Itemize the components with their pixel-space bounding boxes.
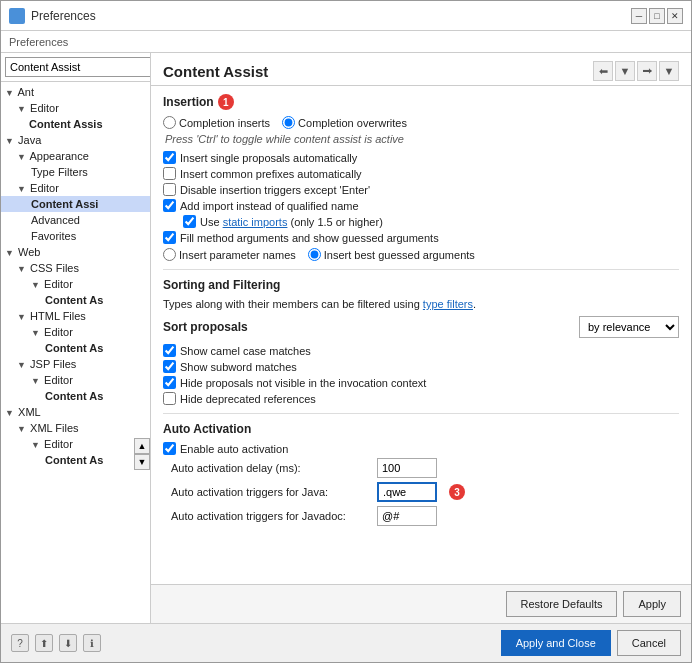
export-icon[interactable]: ⬆ [35,634,53,652]
info-icon[interactable]: ℹ [83,634,101,652]
sidebar: ✕ ▼ Ant ▼ Editor Content Assis ▼ Java [1,53,151,623]
cancel-button[interactable]: Cancel [617,630,681,656]
parameter-radio-group: Insert parameter names Insert best guess… [163,248,679,261]
hide-not-visible-row: Hide proposals not visible in the invoca… [163,376,679,389]
search-bar: ✕ [1,53,150,82]
camel-case-row: Show camel case matches [163,344,679,357]
javadoc-triggers-input[interactable] [377,506,437,526]
content-title: Content Assist [163,63,268,80]
sidebar-item-xml-editor[interactable]: ▼ Editor [1,436,150,452]
sidebar-item-html-files[interactable]: ▼ HTML Files [1,308,150,324]
minimize-button[interactable]: ─ [631,8,647,24]
insert-common-checkbox[interactable] [163,167,176,180]
sidebar-item-java-appearance[interactable]: ▼ Appearance [1,148,150,164]
insert-param-names-label[interactable]: Insert parameter names [163,248,296,261]
help-icon[interactable]: ? [11,634,29,652]
close-button[interactable]: ✕ [667,8,683,24]
auto-activation-title: Auto Activation [163,422,679,436]
sidebar-item-xml-editor-ca[interactable]: Content As [1,452,150,468]
sidebar-item-ant-editor-ca[interactable]: Content Assis [1,116,150,132]
import-icon[interactable]: ⬇ [59,634,77,652]
restore-defaults-button[interactable]: Restore Defaults [506,591,618,617]
nav-back-button[interactable]: ⬅ [593,61,613,81]
fill-method-checkbox[interactable] [163,231,176,244]
content-scroll: Insertion 1 Completion inserts Completio… [151,86,691,584]
java-triggers-input[interactable] [377,482,437,502]
hide-not-visible-checkbox[interactable] [163,376,176,389]
insertion-section-title: Insertion 1 [163,94,679,110]
disable-triggers-checkbox[interactable] [163,183,176,196]
title-bar-controls: ─ □ ✕ [631,8,683,24]
sidebar-item-jsp-editor[interactable]: ▼ Editor [1,372,150,388]
apply-and-close-button[interactable]: Apply and Close [501,630,611,656]
completion-overwrites-label[interactable]: Completion overwrites [282,116,407,129]
sidebar-item-java[interactable]: ▼ Java [1,132,150,148]
completion-inserts-label[interactable]: Completion inserts [163,116,270,129]
enable-auto-activation-checkbox[interactable] [163,442,176,455]
sidebar-item-html-editor[interactable]: ▼ Editor [1,324,150,340]
sidebar-item-ant[interactable]: ▼ Ant [1,84,150,100]
sidebar-item-ant-editor[interactable]: ▼ Editor [1,100,150,116]
hide-deprecated-checkbox[interactable] [163,392,176,405]
window-title: Preferences [31,9,625,23]
sort-proposals-row: Sort proposals by relevance alphabetical… [163,316,679,338]
subword-checkbox[interactable] [163,360,176,373]
divider2 [163,413,679,414]
type-filters-link[interactable]: type filters [423,298,473,310]
sidebar-item-html-editor-ca[interactable]: Content As [1,340,150,356]
window-icon [9,8,25,24]
static-imports-link[interactable]: static imports [223,216,288,228]
insertion-badge: 1 [218,94,234,110]
subword-row: Show subword matches [163,360,679,373]
sidebar-item-css-editor[interactable]: ▼ Editor [1,276,150,292]
sidebar-item-java-editor-ca[interactable]: Content Assi [1,196,150,212]
nav-dropdown-button[interactable]: ▼ [615,61,635,81]
divider1 [163,269,679,270]
sorting-description: Types along with their members can be fi… [163,298,679,310]
javadoc-triggers-field-row: Auto activation triggers for Javadoc: [163,506,679,526]
sidebar-item-java-editor[interactable]: ▼ Editor [1,180,150,196]
auto-activation-section: Auto Activation Enable auto activation A… [163,422,679,526]
hide-deprecated-row: Hide deprecated references [163,392,679,405]
sidebar-item-java-editor-advanced[interactable]: Advanced [1,212,150,228]
main-area: ✕ ▼ Ant ▼ Editor Content Assis ▼ Java [1,53,691,623]
add-import-row: Add import instead of qualified name [163,199,679,212]
sort-proposals-select[interactable]: by relevance alphabetically [579,316,679,338]
sidebar-item-xml-files[interactable]: ▼ XML Files [1,420,150,436]
title-bar: Preferences ─ □ ✕ [1,1,691,31]
fill-method-row: Fill method arguments and show guessed a… [163,231,679,244]
insert-single-checkbox[interactable] [163,151,176,164]
sidebar-item-jsp-files[interactable]: ▼ JSP Files [1,356,150,372]
completion-overwrites-radio[interactable] [282,116,295,129]
search-input[interactable] [5,57,151,77]
insert-param-names-radio[interactable] [163,248,176,261]
insert-best-guessed-label[interactable]: Insert best guessed arguments [308,248,475,261]
sidebar-item-xml[interactable]: ▼ XML [1,404,150,420]
bottom-bar-1: Restore Defaults Apply [151,584,691,623]
sorting-section-title: Sorting and Filtering [163,278,679,292]
sidebar-item-css-editor-ca[interactable]: Content As [1,292,150,308]
apply-button[interactable]: Apply [623,591,681,617]
java-triggers-field-row: Auto activation triggers for Java: 3 [163,482,679,502]
sidebar-item-web[interactable]: ▼ Web [1,244,150,260]
delay-input[interactable] [377,458,437,478]
sidebar-item-java-typefilters[interactable]: Type Filters [1,164,150,180]
maximize-button[interactable]: □ [649,8,665,24]
sidebar-scroll-up[interactable]: ▲ [134,438,150,454]
sidebar-item-java-editor-favorites[interactable]: Favorites [1,228,150,244]
camel-case-checkbox[interactable] [163,344,176,357]
insert-common-row: Insert common prefixes automatically [163,167,679,180]
completion-inserts-radio[interactable] [163,116,176,129]
nav-forward-dropdown-button[interactable]: ▼ [659,61,679,81]
content-panel: Content Assist ⬅ ▼ ⮕ ▼ Insertion 1 [151,53,691,623]
sidebar-item-jsp-editor-ca[interactable]: Content As [1,388,150,404]
content-header: Content Assist ⬅ ▼ ⮕ ▼ [151,53,691,86]
enable-auto-activation-row: Enable auto activation [163,442,679,455]
nav-forward-button[interactable]: ⮕ [637,61,657,81]
insert-best-guessed-radio[interactable] [308,248,321,261]
sidebar-item-css-files[interactable]: ▼ CSS Files [1,260,150,276]
add-import-checkbox[interactable] [163,199,176,212]
use-static-checkbox[interactable] [183,215,196,228]
sidebar-scroll-down[interactable]: ▼ [134,454,150,470]
bottom-bar-2: ? ⬆ ⬇ ℹ Apply and Close Cancel [1,623,691,662]
